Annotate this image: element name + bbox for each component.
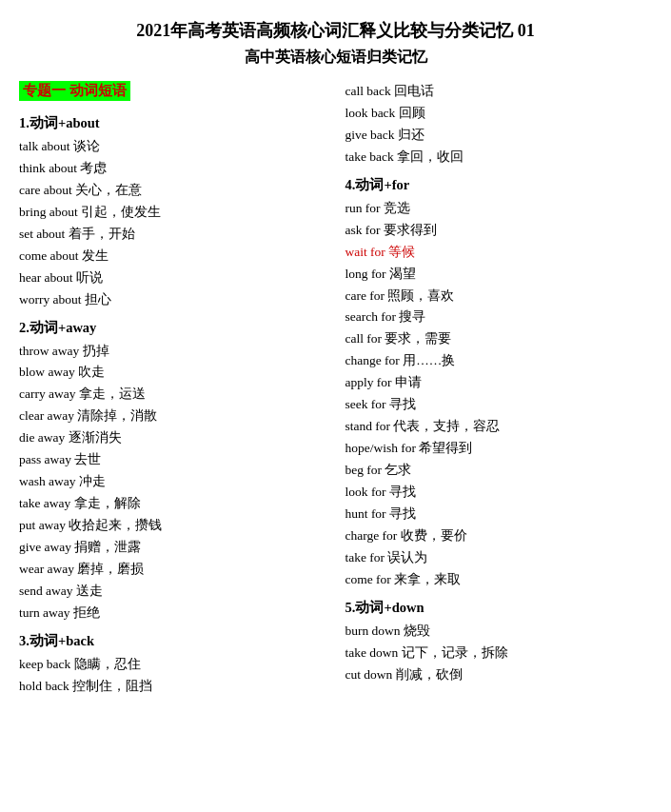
content-area: 专题一 动词短语1.动词+abouttalk about 谈论think abo…: [19, 81, 652, 698]
group-title-2: 3.动词+back: [19, 632, 326, 650]
right-phrase-item: burn down 烧毁: [345, 621, 653, 643]
right-phrase-item: hunt for 寻找: [345, 504, 653, 525]
main-title: 2021年高考英语高频核心词汇释义比较与分类记忆 01: [19, 19, 652, 42]
phrase-item: talk about 谈论: [19, 136, 326, 158]
section-header: 专题一 动词短语: [19, 81, 130, 101]
phrase-item: turn away 拒绝: [19, 603, 326, 624]
phrase-item: carry away 拿走，运送: [19, 384, 326, 406]
right-column: call back 回电话look back 回顾give back 归还tak…: [336, 81, 653, 698]
right-phrase-item: care for 照顾，喜欢: [345, 286, 653, 307]
phrase-item: care about 关心，在意: [19, 180, 326, 202]
right-phrase-item: look for 寻找: [345, 482, 653, 504]
phrase-item: send away 送走: [19, 581, 326, 603]
group-title-0: 1.动词+about: [19, 114, 326, 132]
phrase-item: die away 逐渐消失: [19, 427, 326, 449]
phrase-item: clear away 清除掉，消散: [19, 406, 326, 427]
right-group-title-2: 5.动词+down: [345, 599, 653, 617]
phrase-item: think about 考虑: [19, 158, 326, 180]
phrase-item: come about 发生: [19, 246, 326, 267]
phrase-item: put away 收拾起来，攒钱: [19, 515, 326, 537]
right-phrase-item: call back 回电话: [345, 81, 653, 103]
phrase-item: give away 捐赠，泄露: [19, 537, 326, 559]
right-phrase-item: long for 渴望: [345, 264, 653, 286]
right-phrase-item: give back 归还: [345, 125, 653, 147]
right-group-title-1: 4.动词+for: [345, 176, 653, 194]
right-phrase-item: call for 要求，需要: [345, 328, 653, 350]
right-phrase-item: change for 用……换: [345, 350, 653, 372]
right-phrase-item: take for 误认为: [345, 547, 653, 569]
phrase-item: pass away 去世: [19, 449, 326, 471]
right-phrase-item: apply for 申请: [345, 372, 653, 394]
phrase-item: take away 拿走，解除: [19, 493, 326, 515]
right-phrase-item: look back 回顾: [345, 103, 653, 125]
right-phrase-item: search for 搜寻: [345, 307, 653, 328]
right-phrase-item: beg for 乞求: [345, 460, 653, 482]
right-phrase-item: wait for 等候: [345, 242, 653, 264]
right-phrase-item: take down 记下，记录，拆除: [345, 643, 653, 664]
right-phrase-item: take back 拿回，收回: [345, 147, 653, 168]
sub-title: 高中英语核心短语归类记忆: [19, 48, 652, 68]
right-phrase-item: run for 竞选: [345, 198, 653, 220]
right-phrase-item: seek for 寻找: [345, 394, 653, 416]
group-title-1: 2.动词+away: [19, 319, 326, 337]
phrase-item: wash away 冲走: [19, 471, 326, 493]
phrase-item: hear about 听说: [19, 267, 326, 289]
right-phrase-item: ask for 要求得到: [345, 220, 653, 242]
left-column: 专题一 动词短语1.动词+abouttalk about 谈论think abo…: [19, 81, 336, 698]
right-phrase-item: come for 来拿，来取: [345, 569, 653, 591]
phrase-item: hold back 控制住，阻挡: [19, 676, 326, 698]
phrase-item: set about 着手，开始: [19, 224, 326, 246]
right-phrase-item: charge for 收费，要价: [345, 525, 653, 547]
phrase-item: wear away 磨掉，磨损: [19, 559, 326, 581]
right-phrase-item: cut down 削减，砍倒: [345, 664, 653, 686]
phrase-item: keep back 隐瞒，忍住: [19, 654, 326, 676]
phrase-item: worry about 担心: [19, 289, 326, 311]
phrase-item: throw away 扔掉: [19, 341, 326, 363]
phrase-item: bring about 引起，使发生: [19, 202, 326, 224]
right-phrase-item: hope/wish for 希望得到: [345, 438, 653, 460]
right-phrase-item: stand for 代表，支持，容忍: [345, 416, 653, 438]
phrase-item: blow away 吹走: [19, 362, 326, 384]
